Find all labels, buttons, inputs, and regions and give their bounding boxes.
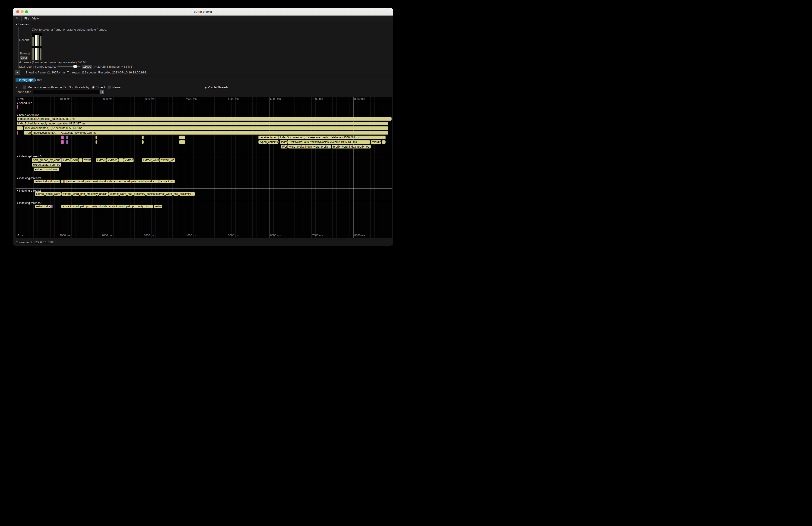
thread-section-header[interactable]: ▼ indexing-thread:2 [16,201,42,205]
scope-bar[interactable]: split_grenad_by_chun [32,158,61,162]
visible-threads-label: Visible Threads [208,86,229,89]
scope-filter-input[interactable] [33,90,99,94]
frame-history-bar[interactable] [37,35,39,46]
scope-bar[interactable] [142,135,144,139]
flamegraph-canvas[interactable]: 0 ms0 ms1000 ms1000 ms2000 ms2000 ms3000… [16,97,392,238]
connection-status: Connected to 127.0.0.1:8585 [16,240,55,244]
frame-history-bar[interactable] [37,48,39,60]
thread-section-label: indexing-thread:0 [19,155,42,158]
scope-bar[interactable]: extract_word_pair_proximity_docids::extr… [109,192,195,196]
sort-time-radio[interactable] [91,86,95,89]
scope-bar[interactable]: extract_ [96,158,106,162]
scope-bar[interactable]: word_prefix::index_word_prefix_ [288,145,331,148]
time-tick-label: 5000 ms [228,97,239,101]
scope-bar[interactable] [96,135,97,139]
sort-name-radio[interactable] [107,86,111,89]
help-button[interactable]: ? [16,85,17,89]
scope-bar[interactable] [17,126,23,130]
scope-bar[interactable] [62,135,64,139]
scope-bar[interactable] [118,158,124,162]
scope-bar[interactable]: extract_ [107,158,118,162]
menu-file[interactable]: File [24,17,30,20]
thread-section-label: indexing-thread:1 [19,177,42,180]
thread-section-header[interactable]: ▼ indexing-thread:3 [16,189,42,192]
recent-frames-thumbnail[interactable] [31,33,42,47]
frames-section-label: Frames [18,23,29,26]
scope-bar[interactable]: extract_docid_word [35,192,61,196]
scope-bar[interactable]: extract::data_from_ob [32,163,61,166]
theme-toggle-icon[interactable]: ☀ [15,16,19,20]
scope-bar[interactable] [179,135,185,139]
thread-section-header[interactable]: ▼ batch-operation [16,114,39,117]
scope-bar[interactable]: extract_word_pair_proximity_docids::extr… [61,205,154,208]
tab-stats[interactable]: Stats [33,78,44,82]
frame-history-bar[interactable] [40,36,42,46]
scope-bar[interactable] [142,140,144,144]
scope-bar[interactable]: IndexDocuments<_, _>::execute_prefix_dat… [278,135,386,139]
frames-usage-text: 4 frames (1 unpacked) using approximatel… [19,60,88,64]
play-button[interactable]: ▶ [15,70,20,75]
frame-history-bar[interactable] [40,48,42,60]
thread-section-label: indexing-thread:2 [19,201,42,205]
clear-button[interactable]: Clear [20,56,28,60]
max-frames-value[interactable]: 18000 [82,65,92,69]
ruler-line [16,101,392,101]
menu-view[interactable]: View [31,17,39,20]
frame-history-bar[interactable] [32,48,34,60]
scope-bar[interactable]: IndexDocuments<_, _>::execute_raw 8459.1… [32,131,388,135]
title-bar[interactable]: puffin viewer [13,8,393,16]
frame-history-bar[interactable] [32,36,34,46]
collapse-triangle-icon: ▼ [16,177,19,179]
scope-bar[interactable] [179,140,185,144]
scope-bar[interactable] [51,205,53,208]
thread-section-header[interactable]: ▼ indexing-thread:1 [16,177,42,180]
scope-bar[interactable]: extrac [83,158,91,162]
scope-bar[interactable]: extra [71,158,78,162]
clear-filter-button[interactable]: x [100,90,104,94]
frames-section-header[interactable]: ▼ Frames [16,23,29,26]
scope-bar[interactable] [66,135,68,139]
frame-history-bar[interactable] [35,35,37,46]
scope-bar[interactable]: extract_wo [159,158,175,162]
thread-section-header[interactable]: ▼ scheduler [16,102,32,105]
thread-section-header[interactable]: ▼ indexing-thread:0 [16,155,42,158]
scope-bar[interactable] [66,140,68,144]
frame-history-bar[interactable] [35,48,37,60]
scope-bar[interactable] [17,105,18,109]
scope-bar[interactable]: extrac [154,205,162,208]
scope-bar[interactable]: extract [124,158,134,162]
scope-bar[interactable]: WordPr [371,140,381,144]
scope-bar[interactable]: receive_typed_ [258,135,278,139]
scope-bar[interactable]: PrefixWordPairsProximityDocids::execute … [287,140,370,144]
scope-bar[interactable]: IndexScheduler>::process_batch 8953.821 … [17,117,392,121]
scope-bar[interactable]: extract_doc [35,205,51,208]
merge-children-checkbox[interactable] [23,86,26,89]
visible-threads-header[interactable]: ▶ Visible Threads [205,86,229,89]
scope-bar[interactable]: extract_word_pair_proximity_docids [61,192,109,196]
scope-bar[interactable]: Word [281,145,287,148]
scope-bar[interactable]: IndexDocuments<_, _>::execute 8656.677 m… [24,126,388,130]
scope-bar[interactable] [17,131,18,135]
max-frames-slider-knob[interactable] [73,65,77,68]
scope-bar[interactable]: extract_word_pair_proximity_docids::extr… [67,179,159,183]
scope-bar[interactable]: extract_wo [159,179,175,183]
time-tick-label: 2000 ms [102,97,112,101]
scope-bar[interactable] [96,140,97,144]
scope-bar[interactable]: extract [62,158,71,162]
scope-bar[interactable] [79,158,82,162]
collapse-triangle-icon: ▼ [16,102,19,104]
recent-label: Recent: [19,38,30,42]
scope-bar[interactable]: extract_docid_word [34,179,60,183]
scope-bar[interactable]: extract_word [142,158,159,162]
scope-bar[interactable]: prefix_word::index_prefix_wo [332,145,371,148]
tab-flamegraph[interactable]: Flamegraph [16,78,35,82]
scope-bar[interactable]: IndexScheduler>::apply_index_operation 8… [17,122,388,125]
scope-bar[interactable]: extract_docid_word [33,167,59,171]
scope-bar[interactable] [62,140,64,144]
scope-bar[interactable] [382,140,386,144]
scope-bar[interactable]: typed_chunk::w [258,140,278,144]
scope-bar[interactable]: Trans [24,131,31,135]
slowest-frames-thumbnail[interactable] [31,47,42,61]
scope-bar[interactable] [61,179,63,183]
scope-bar[interactable]: index [280,140,287,144]
